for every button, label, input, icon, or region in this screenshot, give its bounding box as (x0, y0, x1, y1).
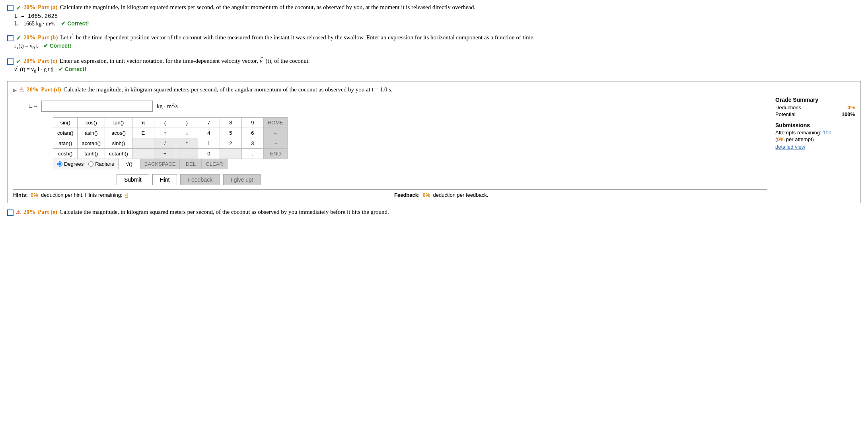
part-a-correct: ✔ Correct! (61, 20, 89, 27)
calc-backspace-btn[interactable]: BACKSPACE (140, 159, 180, 169)
calc-e[interactable]: E (132, 128, 154, 138)
calc-bottom-row: Degrees Radians √() BACKSPACE (53, 159, 228, 169)
part-e-icon (7, 209, 14, 216)
calc-multiply[interactable]: * (176, 138, 198, 148)
part-d-label: Part (d) (41, 86, 61, 93)
part-c-correct: ✔ Correct! (58, 66, 86, 72)
part-a-check-icon: ✔ (16, 4, 21, 12)
part-c-icon (7, 58, 14, 65)
calc-2[interactable]: 2 (220, 138, 241, 148)
part-c-label: Part (c) (38, 58, 57, 64)
calc-deg-rad-cell: Degrees Radians (53, 159, 119, 169)
per-attempt-line: (0% per attempt) (775, 136, 855, 142)
attempts-num: 100 (823, 130, 831, 136)
detailed-view-link[interactable]: detailed view (775, 144, 805, 150)
part-c-percent: 20% (23, 58, 35, 64)
calc-sqrt[interactable]: √() (118, 159, 140, 169)
hints-text: deduction per hint. Hints remaining: (41, 192, 123, 198)
calc-open-paren[interactable]: ( (154, 117, 176, 128)
calc-acos[interactable]: acos() (105, 128, 132, 138)
calc-acotan[interactable]: acotan() (78, 138, 105, 148)
calc-empty3 (220, 148, 241, 159)
calc-cosh[interactable]: cosh() (53, 148, 78, 159)
submissions-section: Submissions Attempts remaining: 100 (0% … (775, 122, 855, 150)
calc-8[interactable]: 8 (220, 117, 241, 128)
calc-asin[interactable]: asin() (78, 128, 105, 138)
calc-divide[interactable]: / (154, 138, 176, 148)
l-equals-label: L = (29, 103, 37, 109)
attempts-text: Attempts remaining: (775, 130, 821, 136)
radians-label: Radians (95, 161, 114, 167)
hints-left: Hints: 0% deduction per hint. Hints rema… (13, 192, 386, 198)
hint-button[interactable]: Hint (152, 174, 177, 185)
hints-footer: Hints: 0% deduction per hint. Hints rema… (13, 189, 767, 198)
radians-radio[interactable] (88, 161, 93, 167)
calc-cotan[interactable]: cotan() (53, 128, 78, 138)
calc-3[interactable]: 3 (241, 138, 263, 148)
part-c-answer: v→(t) = v0 i - g t j ✔ Correct! (14, 66, 861, 74)
part-a-answer2: L = 1665 kg · m²/s ✔ Correct! (14, 20, 861, 27)
calc-clear[interactable]: CLEAR (202, 159, 227, 169)
calc-up-arrow[interactable]: ↑ (154, 128, 176, 138)
calc-sinh[interactable]: sinh() (105, 138, 132, 148)
calc-empty2 (132, 148, 154, 159)
per-attempt-text: per attempt) (786, 136, 814, 142)
part-b-question-pre: Let r→ be the time-dependent position ve… (60, 34, 535, 41)
calc-cos[interactable]: cos() (78, 117, 105, 128)
grade-potential-row: Potential 100% (775, 111, 855, 117)
calculator: sin() cos() tan() π ( ) 7 8 9 HOME (53, 117, 767, 169)
calc-right-arrow[interactable]: → (263, 138, 287, 148)
calc-home[interactable]: HOME (263, 117, 287, 128)
calc-row-1: sin() cos() tan() π ( ) 7 8 9 HOME (53, 117, 288, 128)
calc-dot[interactable]: . (241, 148, 263, 159)
calc-tanh[interactable]: tanh() (78, 148, 105, 159)
hints-remaining: 4 (125, 192, 128, 198)
calc-table: sin() cos() tan() π ( ) 7 8 9 HOME (53, 117, 288, 159)
calc-5[interactable]: 5 (220, 128, 241, 138)
calc-end[interactable]: END (263, 148, 287, 159)
calc-atan[interactable]: atan() (53, 138, 78, 148)
input-row: L = kg · m2/s (29, 101, 767, 112)
part-d-question: Calculate the magnitude, in kilogram squ… (63, 86, 392, 93)
calc-backspace-arrow[interactable]: ← (263, 128, 287, 138)
calc-9[interactable]: 9 (241, 117, 263, 128)
degrees-radio-label[interactable]: Degrees (57, 161, 84, 167)
calc-plus[interactable]: + (154, 148, 176, 159)
degrees-radio[interactable] (57, 161, 62, 167)
calc-close-paren[interactable]: ) (176, 117, 198, 128)
part-a-percent: 20% (23, 4, 35, 11)
submit-button[interactable]: Submit (117, 174, 149, 185)
calc-pi[interactable]: π (132, 117, 154, 128)
calc-6[interactable]: 6 (241, 128, 263, 138)
part-a-label: Part (a) (38, 4, 58, 11)
calc-4[interactable]: 4 (198, 128, 220, 138)
attempts-line: Attempts remaining: 100 (775, 130, 855, 136)
part-c-question: Enter an expression, in unit vector nota… (60, 58, 310, 64)
part-b-icon (7, 35, 14, 41)
part-a-question: Calculate the magnitude, in kilogram squ… (60, 4, 476, 11)
part-b-header: ✔ 20% Part (b) Let r→ be the time-depend… (7, 34, 861, 42)
deductions-value: 0% (847, 105, 855, 111)
part-a-icon (7, 5, 14, 11)
calc-del[interactable]: DEL (180, 159, 202, 169)
feedback-button[interactable]: Feedback (180, 174, 220, 185)
calc-down-arrow[interactable]: ↓ (176, 128, 198, 138)
give-up-button[interactable]: I give up! (223, 174, 261, 185)
part-a-answer1: L = 1665.2628 (14, 13, 861, 19)
feedback-pct: 0% (423, 192, 430, 198)
answer-input[interactable] (41, 101, 153, 112)
part-e-header: ⚠ 20% Part (e) Calculate the magnitude, … (7, 209, 861, 216)
calc-7[interactable]: 7 (198, 117, 220, 128)
part-d-triangle-icon: ▶ (13, 87, 17, 93)
radians-radio-label[interactable]: Radians (88, 161, 114, 167)
feedback-text: deduction per feedback. (433, 192, 488, 198)
calc-sin[interactable]: sin() (53, 117, 78, 128)
calc-cotanh[interactable]: cotanh() (105, 148, 132, 159)
calc-minus[interactable]: - (176, 148, 198, 159)
calc-bottom-table: Degrees Radians √() BACKSPACE (53, 159, 228, 169)
calc-1[interactable]: 1 (198, 138, 220, 148)
calc-tan[interactable]: tan() (105, 117, 132, 128)
calc-0[interactable]: 0 (198, 148, 220, 159)
calc-row-2: cotan() asin() acos() E ↑ ↓ 4 5 6 ← (53, 128, 288, 138)
unit-label: kg · m2/s (157, 102, 178, 110)
